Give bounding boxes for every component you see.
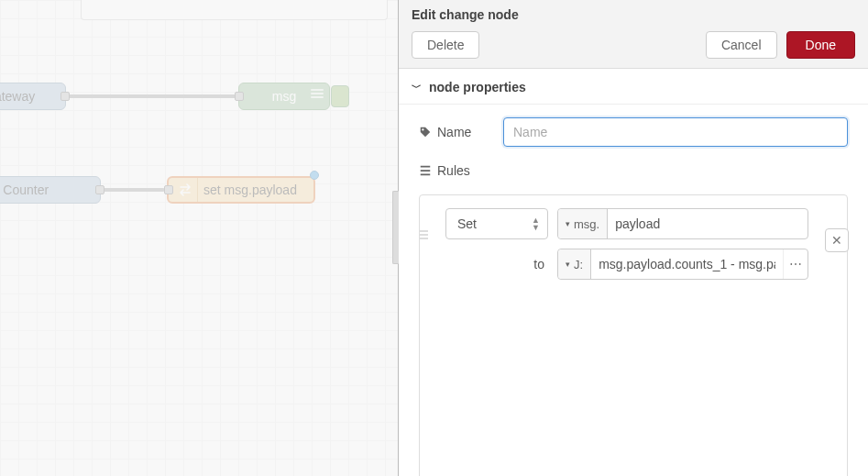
flow-canvas[interactable]: Gateway msg nnel Counter set msg.payload [0, 0, 398, 476]
rules-row: Rules [419, 163, 848, 178]
node-gateway[interactable]: Gateway [0, 83, 66, 110]
canvas-top-tab [81, 0, 388, 20]
node-port-in[interactable] [235, 92, 244, 101]
rule-to-input[interactable]: ▾ J: ⋯ [557, 249, 808, 280]
tag-icon [419, 126, 432, 138]
debug-bars-icon [311, 89, 324, 98]
editor-form: Name Rules Set ▲▼ ▾ [399, 105, 868, 476]
node-port-out[interactable] [60, 92, 70, 101]
change-icon [172, 178, 198, 202]
delete-button[interactable]: Delete [412, 31, 479, 59]
rule-action-value: Set [457, 216, 477, 231]
node-changed-dot [310, 171, 319, 180]
rule-property-row: Set ▲▼ ▾ msg. [433, 208, 834, 239]
done-button[interactable]: Done [786, 31, 855, 59]
rule-property-input[interactable]: ▾ msg. [557, 208, 808, 239]
rule-drag-handle[interactable] [418, 230, 429, 239]
property-type-label: msg. [574, 217, 599, 231]
editor-title: Edit change node [412, 7, 855, 22]
node-debug[interactable]: msg [238, 83, 330, 110]
node-label: set msg.payload [203, 183, 297, 197]
node-label: Gateway [0, 89, 35, 104]
name-input[interactable] [503, 117, 848, 147]
select-arrows-icon: ▲▼ [532, 216, 540, 231]
rules-list: Set ▲▼ ▾ msg. to ▾ J: [419, 194, 848, 476]
node-counter[interactable]: nnel Counter [0, 176, 101, 204]
name-label: Name [419, 125, 492, 139]
node-link[interactable] [66, 94, 238, 98]
chevron-down-icon: ﹀ [412, 81, 422, 94]
caret-down-icon: ▾ [566, 219, 570, 228]
cancel-button[interactable]: Cancel [706, 31, 777, 59]
rules-label: Rules [419, 163, 492, 178]
expand-expression-button[interactable]: ⋯ [783, 249, 808, 279]
rules-label-text: Rules [437, 163, 470, 178]
to-value-input[interactable] [591, 249, 783, 279]
accordion-label: node properties [429, 80, 526, 94]
node-link[interactable] [101, 188, 165, 192]
node-change[interactable]: set msg.payload [167, 176, 315, 204]
node-port-out[interactable] [95, 185, 104, 194]
rule-to-label: to [445, 257, 548, 271]
node-label: msg [272, 89, 296, 104]
to-type-button[interactable]: ▾ J: [558, 249, 591, 279]
name-label-text: Name [437, 125, 471, 139]
rule-delete-button[interactable]: ✕ [825, 228, 849, 252]
debug-toggle[interactable] [331, 85, 349, 107]
rule-to-row: to ▾ J: ⋯ [433, 249, 834, 280]
editor-header: Edit change node Delete Cancel Done [399, 0, 868, 69]
rule-action-select[interactable]: Set ▲▼ [445, 208, 548, 239]
canvas-grid [0, 0, 398, 476]
node-label: nnel Counter [0, 183, 49, 197]
property-value-input[interactable] [608, 209, 808, 238]
editor-sidebar: Edit change node Delete Cancel Done ﹀ no… [398, 0, 868, 476]
property-type-button[interactable]: ▾ msg. [558, 209, 608, 238]
node-port-in[interactable] [164, 185, 173, 194]
svg-point-0 [422, 128, 423, 130]
list-icon [419, 164, 432, 177]
node-properties-accordion[interactable]: ﹀ node properties [399, 69, 868, 105]
name-row: Name [419, 117, 848, 147]
to-type-label: J: [574, 258, 583, 271]
caret-down-icon: ▾ [566, 260, 570, 269]
sidebar-resize-handle[interactable] [392, 191, 399, 264]
